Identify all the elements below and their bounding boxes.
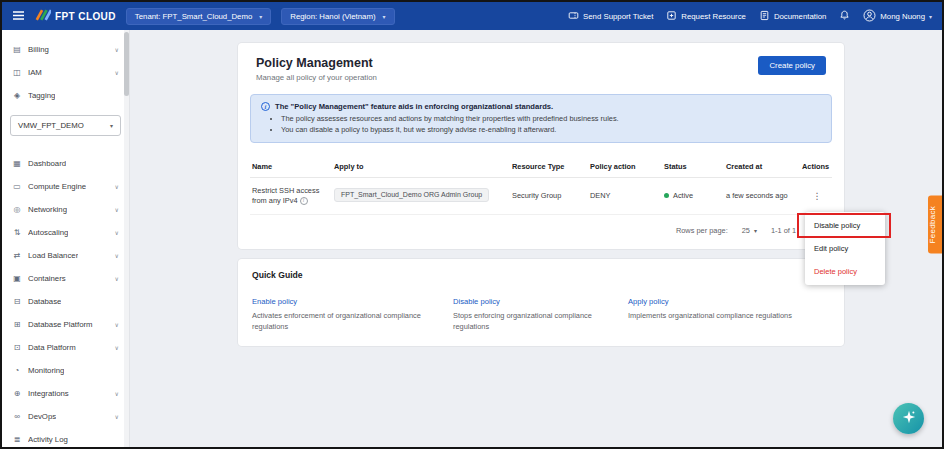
guide-column-enable: Enable policy Activates enforcement of o…	[252, 290, 453, 332]
sidebar-item-data-platform[interactable]: ⊡ Data Platform ∨	[2, 336, 129, 359]
page-subtitle: Manage all policy of your operation	[256, 73, 377, 82]
banner-bullet: You can disable a policy to bypass it, b…	[281, 125, 821, 134]
support-ticket-label: Send Support Ticket	[583, 12, 653, 21]
chevron-down-icon: ∨	[115, 229, 119, 236]
sidebar-item-dashboard[interactable]: ▦ Dashboard	[2, 152, 129, 175]
chevron-down-icon: ∨	[115, 321, 119, 328]
guide-column-disable: Disable policy Stops enforcing organizat…	[453, 290, 628, 332]
policy-table: Name Apply to Resource Type Policy actio…	[250, 157, 832, 216]
guide-link-enable-policy[interactable]: Enable policy	[252, 297, 297, 306]
chevron-down-icon: ∨	[115, 46, 119, 53]
brand-logo[interactable]: FPT CLOUD	[35, 7, 116, 25]
info-icon: i	[300, 197, 308, 205]
feedback-tab[interactable]: Feedback	[928, 196, 942, 254]
activity-log-icon: ≣	[12, 435, 22, 444]
sidebar-item-networking[interactable]: ◎ Networking ∨	[2, 198, 129, 221]
billing-icon: ▤	[12, 45, 22, 54]
sidebar-item-compute-engine[interactable]: ▭ Compute Engine ∨	[2, 175, 129, 198]
info-banner: i The "Policy Management" feature aids i…	[250, 94, 832, 143]
brand-name: FPT CLOUD	[55, 11, 116, 22]
compute-icon: ▭	[12, 182, 22, 191]
policy-management-card: Policy Management Manage all policy of y…	[238, 43, 844, 249]
page-title: Policy Management	[256, 56, 377, 70]
tag-icon: ◈	[12, 91, 22, 100]
sidebar-item-load-balancer[interactable]: ⇄ Load Balancer ∨	[2, 244, 129, 267]
fpt-logo-icon	[35, 7, 51, 25]
quick-guide-card: Quick Guide Enable policy Activates enfo…	[238, 259, 844, 346]
sidebar-item-billing[interactable]: ▤ Billing ∨	[2, 38, 129, 61]
sidebar-item-monitoring[interactable]: ◔ Monitoring	[2, 359, 129, 382]
quick-guide-title: Quick Guide	[250, 270, 832, 280]
bell-icon	[839, 10, 850, 23]
sidebar-item-activity-log[interactable]: ≣ Activity Log	[2, 428, 129, 449]
tenant-select[interactable]: Tenant: FPT_Smart_Cloud_Demo ▾	[126, 8, 271, 25]
chevron-down-icon: ∨	[115, 390, 119, 397]
sidebar-item-database[interactable]: ⊟ Database	[2, 290, 129, 313]
sidebar-item-devops[interactable]: ∞ DevOps ∨	[2, 405, 129, 428]
tenant-label: Tenant: FPT_Smart_Cloud_Demo	[135, 12, 252, 21]
menu-toggle-button[interactable]	[12, 7, 25, 25]
guide-description: Stops enforcing organizational complianc…	[453, 311, 628, 332]
pagination: Rows per page: 25 ▾ 1-1 of 1 ‹ ›	[250, 215, 832, 241]
guide-link-disable-policy[interactable]: Disable policy	[453, 297, 500, 306]
header-cell-actions: Actions	[802, 162, 832, 171]
sidebar: ▤ Billing ∨ ◫ IAM ∨ ◈ Tagging VMW_FPT_DE…	[2, 30, 130, 447]
autoscaling-icon: ⇅	[12, 228, 22, 237]
resource-type-cell: Security Group	[512, 191, 590, 200]
sidebar-item-autoscaling[interactable]: ⇅ Autoscaling ∨	[2, 221, 129, 244]
ai-assistant-button[interactable]	[893, 403, 924, 434]
app-window: FPT CLOUD Tenant: FPT_Smart_Cloud_Demo ▾…	[0, 0, 944, 449]
region-select[interactable]: Region: Hanoi (Vietnam) ▾	[281, 8, 394, 25]
scrollbar-thumb[interactable]	[124, 32, 129, 96]
sidebar-item-tagging[interactable]: ◈ Tagging	[2, 84, 129, 107]
chevron-down-icon: ∨	[115, 344, 119, 351]
status-badge: Active	[664, 191, 726, 200]
chevron-down-icon: ∨	[115, 69, 119, 76]
user-menu[interactable]: Mong Nuong ▾	[863, 9, 932, 24]
database-icon: ⊟	[12, 297, 22, 306]
sidebar-item-database-platform[interactable]: ⊞ Database Platform ∨	[2, 313, 129, 336]
topbar: FPT CLOUD Tenant: FPT_Smart_Cloud_Demo ▾…	[2, 2, 942, 30]
project-name: VMW_FPT_DEMO	[18, 121, 84, 130]
sidebar-scrollbar[interactable]	[124, 30, 129, 447]
chevron-down-icon: ∨	[115, 206, 119, 213]
header-cell-apply-to: Apply to	[334, 162, 512, 171]
project-selector[interactable]: VMW_FPT_DEMO ▾	[10, 115, 121, 136]
chevron-down-icon: ▾	[929, 13, 932, 20]
chevron-down-icon: ∨	[115, 413, 119, 420]
documentation-link[interactable]: Documentation	[759, 10, 826, 23]
menu-item-edit-policy[interactable]: Edit policy	[805, 237, 885, 260]
created-at-cell: a few seconds ago	[726, 191, 802, 200]
guide-link-apply-policy[interactable]: Apply policy	[628, 297, 669, 306]
guide-description: Implements organizational compliance reg…	[628, 311, 830, 321]
info-icon: i	[261, 102, 270, 111]
chevron-down-icon: ▾	[259, 13, 262, 20]
row-actions-button[interactable]: ⋮	[802, 191, 832, 201]
support-ticket-link[interactable]: Send Support Ticket	[568, 10, 653, 23]
notifications-button[interactable]	[839, 10, 850, 23]
containers-icon: ▣	[12, 274, 22, 283]
sidebar-item-containers[interactable]: ▣ Containers ∨	[2, 267, 129, 290]
table-row: Restrict SSH access from any IPv4i FPT_S…	[250, 178, 832, 216]
apply-to-chip: FPT_Smart_Cloud_Demo ORG Admin Group	[334, 188, 489, 202]
rows-per-page-label: Rows per page:	[676, 226, 728, 235]
apply-to-cell: FPT_Smart_Cloud_Demo ORG Admin Group	[334, 188, 512, 204]
menu-item-disable-policy[interactable]: Disable policy	[805, 214, 885, 237]
menu-item-delete-policy[interactable]: Delete policy	[805, 260, 885, 283]
request-resource-link[interactable]: Request Resource	[666, 10, 746, 23]
documentation-label: Documentation	[774, 12, 826, 21]
sparkle-icon	[902, 410, 916, 428]
rows-per-page-select[interactable]: 25 ▾	[742, 226, 757, 235]
monitoring-icon: ◔	[12, 366, 22, 375]
box-plus-icon	[666, 10, 677, 23]
integrations-icon: ⊕	[12, 389, 22, 398]
chevron-down-icon: ▾	[383, 13, 386, 20]
table-header-row: Name Apply to Resource Type Policy actio…	[250, 157, 832, 178]
policy-name-cell: Restrict SSH access from any IPv4i	[252, 186, 334, 207]
create-policy-button[interactable]: Create policy	[758, 56, 826, 75]
sidebar-item-integrations[interactable]: ⊕ Integrations ∨	[2, 382, 129, 405]
iam-icon: ◫	[12, 68, 22, 77]
chevron-down-icon: ∨	[115, 252, 119, 259]
guide-column-apply: Apply policy Implements organizational c…	[628, 290, 830, 332]
sidebar-item-iam[interactable]: ◫ IAM ∨	[2, 61, 129, 84]
